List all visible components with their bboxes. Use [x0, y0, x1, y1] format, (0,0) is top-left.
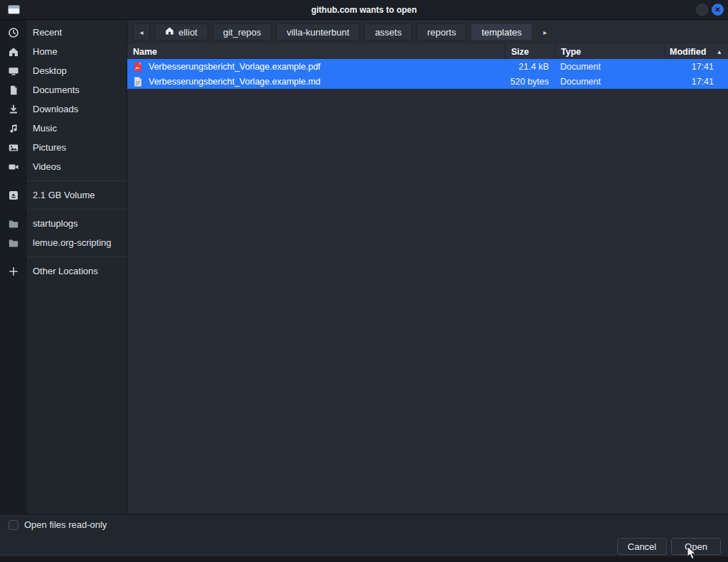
sidebar-item-downloads[interactable]: Downloads [0, 99, 127, 119]
breadcrumb-reports[interactable]: reports [417, 23, 466, 40]
open-button[interactable]: Open [671, 538, 721, 555]
sidebar-item-label: lemue.org-scripting [27, 237, 112, 248]
breadcrumb-label: templates [481, 27, 521, 38]
sidebar-item-label: startuplogs [27, 218, 78, 229]
read-only-checkbox[interactable] [9, 520, 18, 530]
sidebar-item-documents[interactable]: Documents [0, 80, 127, 99]
home-icon [165, 26, 174, 38]
path-nav-left-icon[interactable]: ◂ [133, 23, 150, 40]
breadcrumb-villa-kunterbunt[interactable]: villa-kunterbunt [276, 23, 360, 40]
cancel-button[interactable]: Cancel [617, 538, 667, 555]
sidebar-item-desktop[interactable]: Desktop [0, 61, 127, 80]
places-sidebar: Recent Home Desktop Documents [0, 20, 127, 514]
window-icon [8, 5, 20, 14]
minimize-button[interactable] [696, 4, 708, 16]
breadcrumb-label: assets [375, 27, 402, 38]
home-icon [0, 46, 27, 58]
sidebar-item-home[interactable]: Home [0, 42, 127, 61]
document-icon [0, 85, 27, 96]
sidebar-item-label: Recent [27, 27, 62, 38]
sidebar-item-label: 2.1 GB Volume [27, 190, 95, 200]
sort-ascending-icon: ▴ [717, 48, 721, 55]
breadcrumb-assets[interactable]: assets [364, 23, 412, 40]
column-header-type[interactable]: Type [555, 44, 665, 59]
drive-eject-icon [0, 190, 27, 201]
music-note-icon [0, 123, 27, 134]
dialog-action-area: Open files read-only Cancel Open [0, 514, 728, 556]
file-modified: 17:41 [665, 62, 728, 72]
pdf-file-icon [132, 61, 144, 72]
desktop-icon [0, 65, 27, 77]
sidebar-item-other-locations[interactable]: Other Locations [0, 261, 127, 281]
folder-icon [0, 218, 27, 229]
column-header-name[interactable]: Name [127, 44, 505, 59]
close-icon[interactable]: ✕ [712, 4, 724, 16]
breadcrumb-templates[interactable]: templates [471, 23, 532, 40]
folder-icon [0, 237, 27, 249]
download-icon [0, 104, 27, 115]
file-type: Document [555, 77, 665, 87]
sidebar-item-label: Other Locations [27, 266, 98, 276]
sidebar-item-label: Documents [27, 85, 80, 95]
file-name: Verbesserungsbericht_Vorlage.example.pdf [149, 62, 321, 72]
file-row-pdf[interactable]: Verbesserungsbericht_Vorlage.example.pdf… [127, 59, 728, 74]
clock-icon [0, 27, 27, 38]
sidebar-item-label: Home [27, 46, 58, 57]
file-chooser-dialog: github.com wants to open ✕ Recent Home [0, 0, 728, 562]
sidebar-item-music[interactable]: Music [0, 119, 127, 138]
sidebar-separator [27, 209, 127, 210]
sidebar-item-volume[interactable]: 2.1 GB Volume [0, 185, 127, 205]
file-size: 520 bytes [505, 77, 555, 87]
file-type: Document [555, 62, 665, 72]
read-only-label: Open files read-only [24, 519, 107, 530]
breadcrumb-home[interactable]: elliot [154, 23, 208, 40]
breadcrumb-label: elliot [178, 27, 198, 38]
sidebar-item-pictures[interactable]: Pictures [0, 138, 127, 157]
column-header-modified[interactable]: Modified ▴ [665, 44, 728, 59]
titlebar: github.com wants to open ✕ [0, 0, 728, 20]
video-camera-icon [0, 161, 27, 173]
file-modified: 17:41 [665, 77, 728, 87]
sidebar-item-label: Downloads [27, 104, 78, 114]
window-bottom-edge [0, 556, 728, 562]
window-title: github.com wants to open [0, 5, 728, 15]
picture-icon [0, 142, 27, 153]
list-column-headers: Name Size Type Modified ▴ [127, 44, 728, 59]
sidebar-item-label: Desktop [27, 65, 67, 76]
sidebar-item-label: Pictures [27, 142, 66, 153]
sidebar-item-label: Music [27, 123, 57, 134]
breadcrumb-git-repos[interactable]: git_repos [213, 23, 272, 40]
file-browser: ◂ elliot git_repos villa-kunterbunt asse… [127, 20, 728, 514]
path-nav-right-icon[interactable]: ▸ [537, 23, 554, 40]
plus-icon [0, 266, 27, 277]
sidebar-item-recent[interactable]: Recent [0, 23, 127, 42]
column-header-size[interactable]: Size [505, 44, 555, 59]
file-row-markdown[interactable]: Verbesserungsbericht_Vorlage.example.md … [127, 74, 728, 89]
sidebar-item-videos[interactable]: Videos [0, 157, 127, 176]
sidebar-item-lemue-org-scripting[interactable]: lemue.org-scripting [0, 233, 127, 252]
breadcrumb-label: reports [427, 27, 456, 38]
file-list-empty-area[interactable] [127, 89, 728, 514]
breadcrumb-label: villa-kunterbunt [287, 27, 349, 38]
sidebar-item-label: Videos [27, 161, 61, 172]
markdown-file-icon [132, 76, 144, 87]
path-bar: ◂ elliot git_repos villa-kunterbunt asse… [127, 20, 728, 44]
file-name: Verbesserungsbericht_Vorlage.example.md [149, 77, 321, 87]
read-only-option[interactable]: Open files read-only [9, 519, 107, 530]
sidebar-separator [27, 180, 127, 181]
breadcrumb-label: git_repos [223, 27, 261, 38]
sidebar-separator [27, 256, 127, 257]
file-size: 21.4 kB [505, 62, 555, 72]
sidebar-item-startuplogs[interactable]: startuplogs [0, 214, 127, 233]
